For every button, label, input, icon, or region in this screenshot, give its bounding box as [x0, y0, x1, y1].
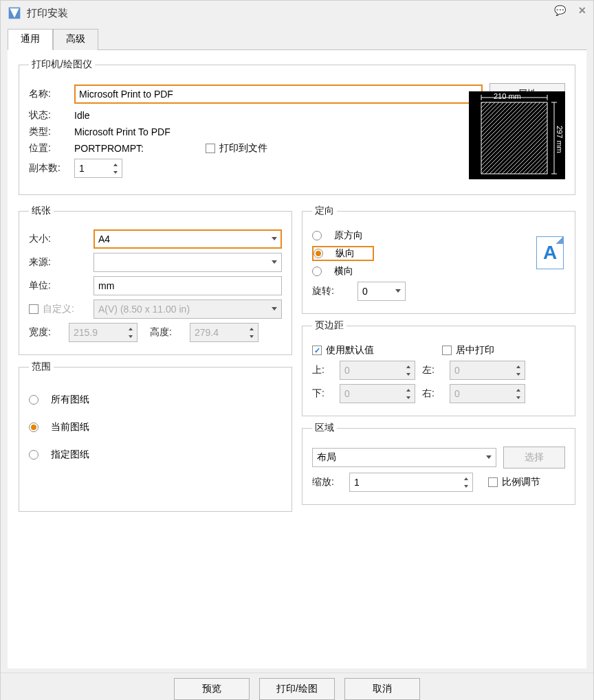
copies-label: 副本数:: [29, 162, 67, 174]
paper-section: 纸张 大小: A4 来源:: [19, 205, 292, 355]
status-label: 状态:: [29, 109, 67, 122]
paper-legend: 纸张: [29, 205, 54, 217]
location-label: 位置:: [29, 142, 67, 155]
copies-value: 1: [79, 163, 85, 174]
area-layout-combo[interactable]: 布局: [312, 448, 496, 467]
area-section: 区域 布局 选择 缩放: 1: [302, 422, 575, 505]
range-section: 范围 所有图纸 当前图纸 指定图纸: [19, 361, 292, 512]
area-legend: 区域: [312, 422, 337, 434]
unit-value: mm: [98, 280, 114, 291]
height-value: 279.4: [195, 327, 219, 338]
printer-legend: 打印机/绘图仪: [29, 58, 95, 71]
print-button[interactable]: 打印/绘图: [259, 678, 335, 700]
margin-right-spinner: 0: [450, 384, 525, 403]
dialog-footer: 预览 打印/绘图 取消: [1, 673, 593, 700]
rotate-combo[interactable]: 0: [358, 282, 406, 301]
custom-checkbox[interactable]: 自定义:: [29, 303, 87, 315]
printer-name-value: Microsoft Print to PDF: [79, 89, 173, 100]
orientation-section: 定向 A 原方向 纵向 横向 旋转: 0: [302, 205, 575, 314]
tab-content: 打印机/绘图仪 名称: Microsoft Print to PDF 属性 21…: [8, 50, 586, 668]
titlebar: 打印安装 💬 ✕: [1, 1, 593, 25]
chevron-down-icon: [395, 289, 401, 293]
rotate-value: 0: [362, 286, 368, 297]
preview-height: 297 mm: [556, 126, 564, 153]
chevron-down-icon: [272, 260, 277, 264]
layout-value: 布局: [317, 451, 336, 464]
cancel-button[interactable]: 取消: [344, 678, 420, 700]
app-icon: [8, 6, 21, 20]
orient-portrait-radio[interactable]: 纵向: [312, 246, 374, 261]
size-label: 大小:: [29, 233, 87, 245]
source-combo[interactable]: [94, 253, 282, 272]
margin-right-label: 右:: [422, 387, 443, 400]
use-default-checkbox[interactable]: 使用默认值: [312, 344, 435, 357]
preview-width: 210 mm: [494, 92, 521, 100]
scale-spinner[interactable]: 1: [349, 473, 473, 492]
printer-name-label: 名称:: [29, 88, 67, 100]
height-label: 高度:: [150, 326, 183, 339]
custom-label: 自定义:: [43, 303, 74, 315]
print-to-file-label: 打印到文件: [219, 142, 267, 155]
type-label: 类型:: [29, 126, 67, 138]
printer-section: 打印机/绘图仪 名称: Microsoft Print to PDF 属性 21…: [19, 58, 575, 195]
paper-preview: 210 mm 297 mm: [469, 91, 565, 179]
width-spinner: 215.9: [69, 323, 138, 342]
orient-landscape-radio[interactable]: 横向: [312, 265, 565, 278]
unit-input[interactable]: mm: [94, 276, 282, 295]
preview-button[interactable]: 预览: [174, 678, 250, 700]
custom-value: A(V) (8.50 x 11.00 in): [98, 304, 190, 315]
select-button: 选择: [503, 447, 565, 468]
scale-value: 1: [354, 477, 360, 488]
svg-rect-2: [481, 102, 547, 174]
margin-bottom-label: 下:: [312, 387, 333, 400]
proportion-checkbox[interactable]: 比例调节: [488, 476, 540, 488]
checkbox-icon: [206, 144, 215, 153]
margins-legend: 页边距: [312, 319, 346, 332]
margin-top-spinner: 0: [340, 361, 415, 380]
range-legend: 范围: [29, 361, 54, 373]
width-label: 宽度:: [29, 326, 62, 339]
close-icon[interactable]: ✕: [578, 5, 586, 16]
tab-advanced[interactable]: 高级: [53, 29, 98, 50]
chevron-down-icon: [272, 307, 277, 311]
checkbox-icon: [29, 304, 38, 314]
type-value: Microsoft Print To PDF: [74, 126, 170, 137]
window-title: 打印安装: [27, 7, 68, 20]
unit-label: 单位:: [29, 280, 87, 292]
range-all-radio[interactable]: 所有图纸: [29, 394, 282, 406]
custom-combo: A(V) (8.50 x 11.00 in): [94, 300, 282, 319]
chevron-down-icon: [486, 455, 492, 459]
location-value: PORTPROMPT:: [74, 143, 144, 154]
margin-bottom-spinner: 0: [340, 384, 415, 403]
range-current-radio[interactable]: 当前图纸: [29, 421, 282, 433]
height-spinner: 279.4: [190, 323, 258, 342]
margin-top-label: 上:: [312, 364, 333, 376]
chevron-down-icon: [272, 237, 277, 240]
tab-strip: 通用 高级: [8, 28, 586, 50]
margins-section: 页边距 使用默认值 居中打印 上: 0 左: 0 下: 0 右:: [302, 319, 575, 416]
margin-left-spinner: 0: [450, 361, 525, 380]
size-combo[interactable]: A4: [94, 229, 282, 249]
print-to-file-checkbox[interactable]: 打印到文件: [206, 142, 267, 155]
print-dialog: 打印安装 💬 ✕ 通用 高级 打印机/绘图仪 名称: Microsoft Pri…: [0, 0, 594, 700]
orientation-icon: A: [536, 236, 564, 269]
source-label: 来源:: [29, 256, 87, 269]
tab-general[interactable]: 通用: [8, 29, 53, 50]
orient-original-radio[interactable]: 原方向: [312, 229, 565, 242]
orientation-legend: 定向: [312, 205, 337, 217]
range-specify-radio[interactable]: 指定图纸: [29, 449, 282, 461]
copies-spinner[interactable]: 1: [74, 159, 122, 178]
feedback-icon[interactable]: 💬: [554, 5, 566, 16]
margin-left-label: 左:: [422, 364, 443, 376]
rotate-label: 旋转:: [312, 285, 351, 297]
center-print-checkbox[interactable]: 居中打印: [442, 344, 565, 357]
scale-label: 缩放:: [312, 476, 342, 488]
printer-name-combo[interactable]: Microsoft Print to PDF: [74, 84, 483, 104]
status-value: Idle: [74, 110, 90, 121]
width-value: 215.9: [74, 327, 98, 338]
size-value: A4: [98, 234, 110, 245]
